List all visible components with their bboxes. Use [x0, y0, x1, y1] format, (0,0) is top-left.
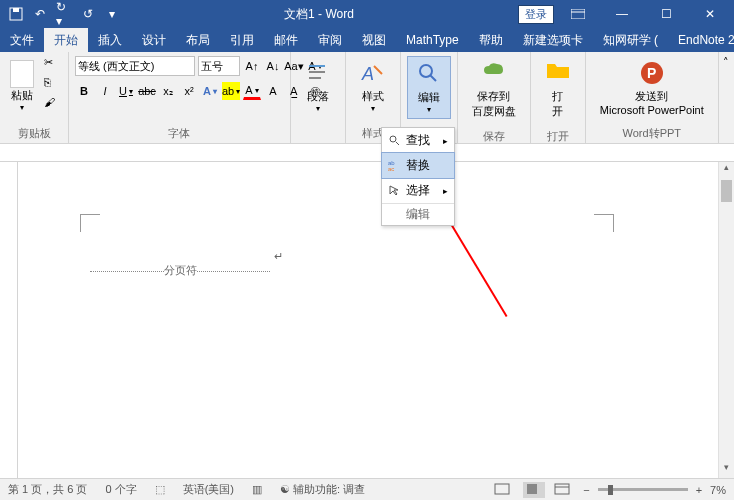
bold-button[interactable]: B [75, 82, 93, 100]
italic-button[interactable]: I [96, 82, 114, 100]
tab-home[interactable]: 开始 [44, 28, 88, 52]
superscript-icon[interactable]: x² [180, 82, 198, 100]
cut-icon[interactable]: ✂ [44, 56, 62, 72]
vertical-ruler[interactable] [0, 162, 18, 478]
status-dict-icon[interactable]: ⬚ [155, 483, 165, 496]
scroll-up-icon[interactable]: ▴ [719, 162, 734, 178]
paragraph-icon [305, 60, 331, 86]
format-painter-icon[interactable]: 🖌 [44, 96, 62, 112]
document-area: 分页符 ↵ [0, 162, 734, 478]
grow-font-icon[interactable]: A↑ [243, 57, 261, 75]
tab-cnki[interactable]: 知网研学 ( [593, 28, 668, 52]
paste-button[interactable]: 粘贴 ▾ [6, 56, 38, 116]
view-web-icon[interactable] [553, 482, 575, 498]
text-effects-icon[interactable]: A [201, 82, 219, 100]
minimize-icon[interactable]: — [602, 0, 642, 28]
window-title: 文档1 - Word [120, 6, 518, 23]
undo-icon[interactable]: ↶ [32, 6, 48, 22]
status-bar: 第 1 页，共 6 页 0 个字 ⬚ 英语(美国) ▥ ☯ 辅助功能: 调查 −… [0, 478, 734, 500]
repeat-icon[interactable]: ↺ [80, 6, 96, 22]
status-lang[interactable]: 英语(美国) [183, 482, 234, 497]
tab-file[interactable]: 文件 [0, 28, 44, 52]
dropdown-select[interactable]: 选择 ▸ [382, 178, 454, 203]
dropdown-replace[interactable]: abac 替换 [381, 152, 455, 179]
svg-rect-16 [495, 484, 509, 494]
zoom-out-icon[interactable]: − [583, 484, 589, 496]
folder-icon [545, 60, 571, 86]
page-corner-tl [80, 214, 100, 232]
maximize-icon[interactable]: ☐ [646, 0, 686, 28]
clipboard-label: 剪贴板 [0, 124, 68, 143]
wordppt-label: Word转PPT [586, 124, 718, 143]
ribbon-tabs: 文件 开始 插入 设计 布局 引用 邮件 审阅 视图 MathType 帮助 新… [0, 28, 734, 52]
font-name-select[interactable] [75, 56, 195, 76]
font-size-select[interactable] [198, 56, 240, 76]
chevron-right-icon: ▸ [443, 186, 448, 196]
dropdown-category-label: 编辑 [382, 203, 454, 225]
scroll-thumb[interactable] [721, 180, 732, 202]
zoom-thumb[interactable] [608, 485, 613, 495]
powerpoint-icon: P [639, 60, 665, 86]
status-record-icon[interactable]: ▥ [252, 483, 262, 496]
font-color-icon[interactable]: A [243, 82, 261, 100]
chevron-right-icon: ▸ [443, 136, 448, 146]
tab-view[interactable]: 视图 [352, 28, 396, 52]
tab-mathtype[interactable]: MathType [396, 28, 469, 52]
editing-button[interactable]: 编辑 ▾ [407, 56, 451, 119]
underline-button[interactable]: U [117, 82, 135, 100]
horizontal-ruler[interactable] [0, 144, 734, 162]
tab-design[interactable]: 设计 [132, 28, 176, 52]
copy-icon[interactable]: ⎘ [44, 76, 62, 92]
redo-icon[interactable]: ↻ ▾ [56, 6, 72, 22]
save-baidu-group: 保存到 百度网盘 保存 [458, 52, 531, 143]
tab-newtab[interactable]: 新建选项卡 [513, 28, 593, 52]
login-button[interactable]: 登录 [518, 5, 554, 24]
highlight-icon[interactable]: ab [222, 82, 240, 100]
vertical-scrollbar[interactable]: ▴ ▾ [718, 162, 734, 478]
styles-icon: A [360, 60, 386, 86]
close-icon[interactable]: ✕ [690, 0, 730, 28]
view-read-icon[interactable] [493, 482, 515, 498]
clipboard-icon [10, 60, 34, 88]
page-break-marker: 分页符 [90, 256, 270, 272]
clipboard-group: 粘贴 ▾ ✂ ⎘ 🖌 剪贴板 [0, 52, 69, 143]
phonetic-icon[interactable]: A [264, 82, 282, 100]
status-words[interactable]: 0 个字 [105, 482, 136, 497]
tab-help[interactable]: 帮助 [469, 28, 513, 52]
styles-button[interactable]: A 样式 ▾ [352, 56, 394, 117]
customize-icon[interactable]: ▾ [104, 6, 120, 22]
status-accessibility[interactable]: ☯ 辅助功能: 调查 [280, 482, 365, 497]
tab-mail[interactable]: 邮件 [264, 28, 308, 52]
svg-text:A: A [361, 64, 374, 84]
save-icon[interactable] [8, 6, 24, 22]
tab-references[interactable]: 引用 [220, 28, 264, 52]
zoom-value[interactable]: 7% [710, 484, 726, 496]
zoom-in-icon[interactable]: + [696, 484, 702, 496]
svg-rect-2 [571, 9, 585, 19]
collapse-ribbon-icon[interactable]: ˄ [719, 52, 734, 143]
shrink-font-icon[interactable]: A↓ [264, 57, 282, 75]
tab-endnote[interactable]: EndNote 2 [668, 28, 734, 52]
tab-review[interactable]: 审阅 [308, 28, 352, 52]
paragraph-button[interactable]: 段落 ▾ [297, 56, 339, 117]
dropdown-find[interactable]: 查找 ▸ [382, 128, 454, 153]
document-page[interactable]: 分页符 ↵ [18, 162, 734, 478]
font-label: 字体 [69, 124, 290, 143]
tab-layout[interactable]: 布局 [176, 28, 220, 52]
paragraph-mark-icon: ↵ [274, 250, 283, 263]
open-group: 打 开 打开 [531, 52, 586, 143]
quick-access-toolbar: ↶ ↻ ▾ ↺ ▾ [0, 6, 120, 22]
zoom-slider[interactable] [598, 488, 688, 491]
send-ppt-button[interactable]: P 发送到 Microsoft PowerPoint [592, 56, 712, 120]
scroll-down-icon[interactable]: ▾ [719, 462, 734, 478]
tab-insert[interactable]: 插入 [88, 28, 132, 52]
svg-rect-17 [527, 484, 537, 494]
subscript-icon[interactable]: x₂ [159, 82, 177, 100]
ribbon-display-icon[interactable] [558, 0, 598, 28]
status-page[interactable]: 第 1 页，共 6 页 [8, 482, 87, 497]
open-button[interactable]: 打 开 [537, 56, 579, 123]
view-print-icon[interactable] [523, 482, 545, 498]
strike-button[interactable]: abc [138, 82, 156, 100]
pointer-icon [388, 184, 402, 198]
save-baidu-button[interactable]: 保存到 百度网盘 [464, 56, 524, 123]
